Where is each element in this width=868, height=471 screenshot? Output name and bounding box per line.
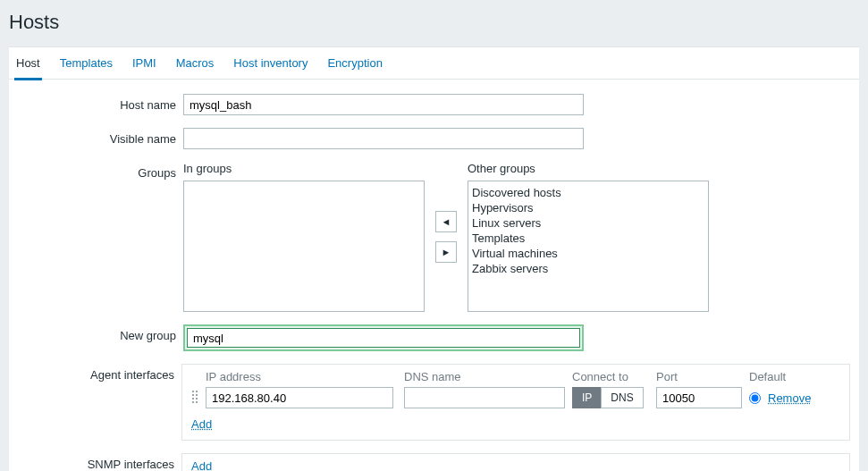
list-item[interactable]: Templates xyxy=(472,231,704,246)
ip-address-header: IP address xyxy=(202,370,400,383)
remove-interface-link[interactable]: Remove xyxy=(768,391,811,405)
triangle-right-icon: ► xyxy=(442,247,451,257)
snmp-interfaces-box: Add xyxy=(181,453,850,471)
tab-ipmi[interactable]: IPMI xyxy=(131,47,158,80)
host-name-input[interactable] xyxy=(183,94,584,115)
list-item[interactable]: Discovered hosts xyxy=(472,185,704,200)
new-group-highlight xyxy=(183,324,584,351)
add-agent-interface-link[interactable]: Add xyxy=(191,417,212,431)
move-left-button[interactable]: ◄ xyxy=(435,211,457,232)
other-groups-listbox[interactable]: Discovered hosts Hypervisors Linux serve… xyxy=(468,181,709,312)
agent-port-input[interactable] xyxy=(656,387,742,408)
default-header: Default xyxy=(749,370,840,383)
add-snmp-interface-link[interactable]: Add xyxy=(191,459,212,471)
drag-handle-icon[interactable] xyxy=(191,390,198,404)
dns-name-header: DNS name xyxy=(400,370,572,383)
other-groups-label: Other groups xyxy=(468,162,709,175)
visible-name-input[interactable] xyxy=(183,128,584,149)
page-title: Hosts xyxy=(0,0,868,46)
list-item[interactable]: Hypervisors xyxy=(472,200,704,215)
in-groups-label: In groups xyxy=(183,162,425,175)
agent-interfaces-label: Agent interfaces xyxy=(18,364,181,382)
tab-host-inventory[interactable]: Host inventory xyxy=(232,47,309,80)
list-item[interactable]: Zabbix servers xyxy=(472,261,704,276)
list-item[interactable]: Linux servers xyxy=(472,215,704,231)
connect-dns-toggle[interactable]: DNS xyxy=(601,387,643,408)
tab-encryption[interactable]: Encryption xyxy=(325,47,383,80)
groups-label: Groups xyxy=(18,162,183,180)
visible-name-label: Visible name xyxy=(18,128,183,146)
tabs: Host Templates IPMI Macros Host inventor… xyxy=(9,47,859,80)
new-group-label: New group xyxy=(18,324,183,342)
snmp-interfaces-label: SNMP interfaces xyxy=(18,453,181,471)
agent-ip-input[interactable] xyxy=(206,387,393,408)
agent-dns-input[interactable] xyxy=(404,387,565,408)
agent-interfaces-box: IP address DNS name Connect to Port Defa… xyxy=(181,364,850,441)
triangle-left-icon: ◄ xyxy=(442,216,451,227)
list-item[interactable]: Virtual machines xyxy=(472,246,704,261)
agent-interface-row: IP DNS Remove xyxy=(191,387,840,408)
tab-templates[interactable]: Templates xyxy=(58,47,114,80)
new-group-input[interactable] xyxy=(187,328,580,348)
connect-ip-toggle[interactable]: IP xyxy=(572,387,601,408)
agent-default-radio[interactable] xyxy=(749,392,761,404)
move-right-button[interactable]: ► xyxy=(435,241,457,263)
tab-host[interactable]: Host xyxy=(14,47,42,80)
connect-to-header: Connect to xyxy=(572,370,653,383)
in-groups-listbox[interactable] xyxy=(183,181,425,312)
host-form: Host name Visible name Groups In groups xyxy=(9,80,859,471)
port-header: Port xyxy=(653,370,749,383)
host-panel: Host Templates IPMI Macros Host inventor… xyxy=(9,46,859,471)
host-name-label: Host name xyxy=(18,94,183,112)
tab-macros[interactable]: Macros xyxy=(174,47,216,80)
